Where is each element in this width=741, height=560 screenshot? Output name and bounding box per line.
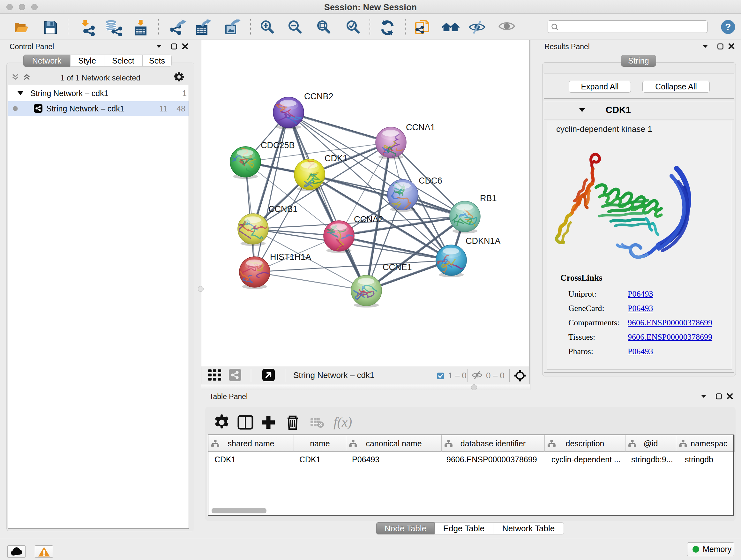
svg-text:HIST1H1A: HIST1H1A — [270, 252, 311, 262]
svg-text:CDK1: CDK1 — [325, 153, 347, 163]
svg-text:CCNB1: CCNB1 — [268, 204, 298, 214]
svg-text:CCNA2: CCNA2 — [354, 214, 383, 224]
svg-text:f(x): f(x) — [333, 415, 352, 430]
svg-text:CDKN1A: CDKN1A — [466, 236, 501, 246]
svg-text:CCNA1: CCNA1 — [406, 123, 435, 132]
svg-text:RB1: RB1 — [480, 193, 497, 203]
svg-text:?: ? — [725, 21, 731, 32]
svg-text:CDC25B: CDC25B — [261, 140, 295, 150]
svg-text:CCNE1: CCNE1 — [383, 262, 412, 272]
svg-text:CDC6: CDC6 — [419, 176, 442, 186]
svg-text:CCNB2: CCNB2 — [304, 91, 333, 101]
